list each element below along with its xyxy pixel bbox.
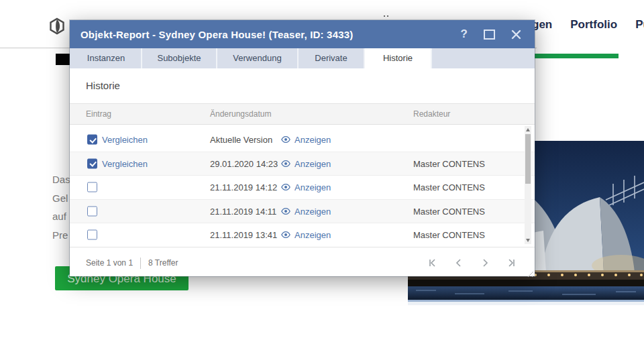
editor-name: Master CONTENS [413, 158, 485, 168]
compare-checkbox[interactable] [87, 158, 97, 168]
version-date: 21.11.2019 14:12 [210, 182, 277, 192]
anzeigen-link[interactable]: Anzeigen [294, 206, 331, 216]
first-page-icon[interactable] [428, 258, 437, 268]
anzeigen-group[interactable]: Anzeigen [281, 182, 331, 192]
anzeigen-link[interactable]: Anzeigen [294, 158, 331, 168]
eye-icon[interactable] [281, 207, 290, 215]
editor-name: Master CONTENS [413, 182, 485, 192]
text-fragment: Gel [52, 189, 70, 208]
active-nav-underline [535, 54, 619, 58]
help-icon[interactable]: ? [461, 27, 468, 41]
scroll-down-icon[interactable] [526, 239, 530, 242]
maximize-icon[interactable] [484, 30, 495, 40]
compare-checkbox[interactable] [87, 135, 97, 145]
nav-item-portfolio[interactable]: Portfolio [570, 18, 617, 32]
anzeigen-link[interactable]: Anzeigen [294, 135, 331, 145]
column-header: Änderungsdatum [210, 109, 271, 119]
compare-checkbox[interactable] [87, 206, 97, 216]
anzeigen-link[interactable]: Anzeigen [294, 230, 331, 240]
version-date: 29.01.2020 14:23 [210, 158, 278, 168]
eye-icon[interactable] [281, 160, 290, 167]
anzeigen-group[interactable]: Anzeigen [281, 158, 331, 168]
clipped-black-element [56, 54, 70, 65]
version-date: 21.11.2019 13:41 [210, 230, 277, 240]
top-navigation: genPortfolioPubli [532, 18, 644, 32]
table-row: 21.11.2019 13:41AnzeigenMaster CONTENS [70, 223, 535, 247]
table-row: VergleichenAktuelle VersionAnzeigen [70, 128, 535, 152]
page-info: Seite 1 von 1 [86, 258, 133, 268]
page-paragraph-fragments: DasGelaufPre [52, 170, 70, 244]
dialog-footer: Seite 1 von 1 8 Treffer [70, 247, 535, 278]
column-header: Eintrag [86, 109, 111, 119]
vergleichen-link[interactable]: Vergleichen [102, 158, 148, 168]
nav-item-gen[interactable]: gen [532, 18, 552, 32]
clipped-text-umlaut [384, 15, 390, 17]
scroll-up-icon[interactable] [526, 128, 530, 131]
results-count: 8 Treffer [148, 258, 178, 268]
anzeigen-group[interactable]: Anzeigen [281, 206, 331, 216]
tab-derivate[interactable]: Derivate [299, 48, 365, 68]
column-header: Redakteur [413, 109, 450, 119]
text-fragment: auf [52, 207, 70, 226]
resize-handle-icon[interactable] [525, 269, 533, 277]
anzeigen-group[interactable]: Anzeigen [281, 230, 331, 240]
table-header: EintragÄnderungsdatumRedakteur [70, 104, 535, 125]
version-date: 21.11.2019 14:11 [210, 206, 276, 216]
text-fragment: Das [52, 170, 70, 189]
eye-icon[interactable] [281, 231, 290, 239]
section-title: Historie [70, 68, 535, 104]
eye-icon[interactable] [281, 184, 290, 191]
anzeigen-link[interactable]: Anzeigen [294, 182, 331, 192]
compare-checkbox[interactable] [87, 182, 97, 192]
close-icon[interactable] [511, 30, 521, 40]
vertical-scrollbar[interactable] [525, 126, 531, 244]
nav-item-publi[interactable]: Publi [635, 18, 644, 32]
anzeigen-group[interactable]: Anzeigen [281, 135, 331, 145]
eye-icon[interactable] [281, 136, 290, 144]
tab-subobjekte[interactable]: Subobjekte [142, 48, 217, 68]
cube-logo-icon[interactable] [49, 17, 65, 35]
tab-verwendung[interactable]: Verwendung [217, 48, 299, 68]
history-rows: VergleichenAktuelle VersionAnzeigenVergl… [70, 125, 535, 247]
objekt-report-dialog: Objekt-Report - Sydney Opera House! (Tea… [70, 20, 535, 276]
screen: genPortfolioPubli DasGelaufPre Sydney Op… [0, 0, 644, 338]
dialog-titlebar[interactable]: Objekt-Report - Sydney Opera House! (Tea… [70, 20, 535, 48]
prev-page-icon[interactable] [454, 258, 464, 268]
table-row: 21.11.2019 14:12AnzeigenMaster CONTENS [70, 176, 535, 200]
tab-instanzen[interactable]: Instanzen [71, 48, 142, 68]
scrollbar-thumb[interactable] [525, 134, 531, 184]
editor-name: Master CONTENS [413, 206, 485, 216]
pagination [428, 258, 535, 268]
table-row: 21.11.2019 14:11AnzeigenMaster CONTENS [70, 200, 535, 224]
vergleichen-link[interactable]: Vergleichen [102, 135, 148, 145]
tab-historie[interactable]: Historie [365, 48, 432, 68]
footer-separator [140, 258, 141, 269]
last-page-icon[interactable] [506, 258, 516, 268]
next-page-icon[interactable] [480, 258, 490, 268]
version-date: Aktuelle Version [210, 135, 272, 145]
editor-name: Master CONTENS [413, 230, 485, 240]
compare-checkbox[interactable] [87, 230, 97, 240]
tab-bar: InstanzenSubobjekteVerwendungDerivateHis… [70, 48, 535, 68]
table-row: Vergleichen29.01.2020 14:23AnzeigenMaste… [70, 152, 535, 176]
dialog-title: Objekt-Report - Sydney Opera House! (Tea… [70, 29, 461, 40]
text-fragment: Pre [52, 226, 70, 245]
